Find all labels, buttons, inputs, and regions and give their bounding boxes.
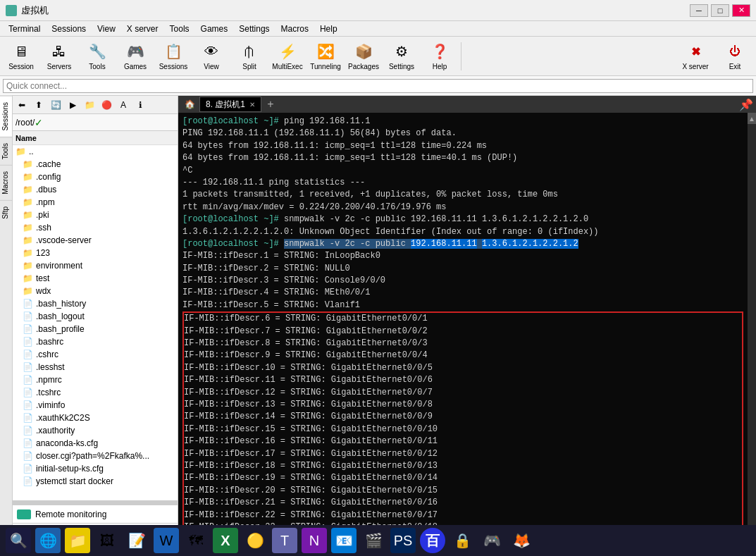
taskbar-excel-icon[interactable]: X [213, 528, 238, 553]
ft-go-button[interactable]: ▶ [65, 98, 80, 112]
list-item[interactable]: 📁 .. [13, 145, 178, 158]
list-item[interactable]: 📄 initial-setup-ks.cfg [13, 462, 178, 475]
session-button[interactable]: 🖥 Session [3, 39, 39, 73]
ft-refresh-button[interactable]: 🔄 [48, 98, 63, 112]
menu-macros[interactable]: Macros [275, 21, 314, 37]
list-item[interactable]: 📁 .dbus [13, 183, 178, 196]
tunneling-button[interactable]: 🔀 Tunneling [307, 39, 344, 73]
taskbar-photos-icon[interactable]: 🖼 [94, 528, 120, 553]
ft-back-button[interactable]: ⬅ [14, 98, 30, 112]
list-item[interactable]: 📁 environment [13, 259, 178, 272]
xserver-button[interactable]: ✖ X server [677, 39, 714, 73]
list-item[interactable]: 📄 ystemctl start docker [13, 475, 178, 488]
list-item[interactable]: 📄 anaconda-ks.cfg [13, 437, 178, 450]
help-button[interactable]: ❓ Help [421, 39, 458, 73]
ft-folder-button[interactable]: 📁 [82, 98, 97, 112]
terminal-line: ^C [182, 165, 743, 177]
taskbar-outlook-icon[interactable]: 📧 [331, 528, 357, 553]
quick-connect-input[interactable] [3, 79, 753, 93]
item-name: .npm [36, 197, 55, 207]
list-item[interactable]: 📁 123 [13, 247, 178, 259]
ft-delete-button[interactable]: 🔴 [99, 98, 114, 112]
list-item[interactable]: 📁 .config [13, 171, 178, 183]
side-tab-sftp[interactable]: Sftp [0, 200, 12, 225]
list-item[interactable]: 📁 .vscode-server [13, 234, 178, 247]
menu-view[interactable]: View [92, 21, 121, 37]
packages-button[interactable]: 📦 Packages [345, 39, 382, 73]
exit-button[interactable]: ⏻ Exit [717, 39, 753, 73]
folder-icon: 📁 [16, 147, 26, 156]
side-tab-macros[interactable]: Macros [0, 165, 12, 200]
list-item[interactable]: 📄 .tcshrc [13, 386, 178, 399]
file-list[interactable]: 📁 .. 📁 .cache 📁 .config 📁 .dbus 📁 .npm 📁 [13, 145, 178, 500]
list-item[interactable]: 📄 .xauthority [13, 424, 178, 437]
taskbar-print-icon[interactable]: 🦊 [509, 528, 534, 553]
terminal-tab-close-icon[interactable]: ✕ [249, 101, 255, 109]
remote-monitor-button[interactable]: Remote monitoring [13, 505, 178, 524]
taskbar-explorer-icon[interactable]: 📁 [65, 528, 90, 553]
ft-up-button[interactable]: ⬆ [31, 98, 47, 112]
list-item[interactable]: 📄 .bash_history [13, 297, 178, 310]
terminal-content[interactable]: [root@localhost ~]# ping 192.168.11.1PIN… [178, 113, 748, 556]
taskbar-notepad-icon[interactable]: 📝 [124, 528, 149, 553]
taskbar-baidu-icon[interactable]: 百 [420, 528, 445, 553]
taskbar-chrome-icon[interactable]: 🟡 [242, 528, 268, 553]
list-item[interactable]: 📄 .cshrc [13, 348, 178, 361]
list-item[interactable]: 📄 .bash_logout [13, 310, 178, 323]
taskbar-misc-icon[interactable]: 🔒 [450, 528, 475, 553]
terminal-scrollbar[interactable]: ▲ ▼ [748, 113, 756, 556]
games-button[interactable]: 🎮 Games [117, 39, 154, 73]
taskbar-word-icon[interactable]: W [154, 528, 179, 553]
terminal-pin-icon[interactable]: 📌 [739, 98, 753, 111]
list-item[interactable]: 📄 .bash_profile [13, 323, 178, 335]
side-tab-tools[interactable]: Tools [0, 137, 12, 165]
taskbar-search-icon[interactable]: 🔍 [6, 528, 31, 553]
split-button[interactable]: ⫛ Split [231, 39, 268, 73]
item-name: .tcshrc [36, 388, 61, 397]
minimize-button[interactable]: ─ [690, 4, 708, 17]
list-item[interactable]: 📄 closer.cgi?path=%2Fkafka%... [13, 450, 178, 462]
list-item[interactable]: 📄 .viminfo [13, 399, 178, 412]
side-tab-sessions[interactable]: Sessions [0, 96, 12, 137]
list-item[interactable]: 📁 .pki [13, 209, 178, 221]
scroll-up-button[interactable]: ▲ [748, 113, 756, 124]
taskbar-teams-icon[interactable]: T [272, 528, 297, 553]
menu-tools[interactable]: Tools [164, 21, 195, 37]
sessions-button[interactable]: 📋 Sessions [155, 39, 192, 73]
maximize-button[interactable]: □ [711, 4, 729, 17]
terminal-tab-add-button[interactable]: + [263, 97, 278, 112]
list-item[interactable]: 📄 .lesshst [13, 361, 178, 373]
taskbar-edge-icon[interactable]: 🌐 [35, 528, 61, 553]
close-button[interactable]: ✕ [732, 4, 750, 17]
multiexec-button[interactable]: ⚡ MultiExec [269, 39, 306, 73]
servers-button[interactable]: 🖧 Servers [41, 39, 78, 73]
menu-settings[interactable]: Settings [233, 21, 275, 37]
taskbar-video-icon[interactable]: 🎬 [361, 528, 386, 553]
terminal-tab[interactable]: 8. 虚拟机1 ✕ [199, 97, 261, 112]
tools-button[interactable]: 🔧 Tools [79, 39, 116, 73]
list-item[interactable]: 📁 .npm [13, 196, 178, 209]
menu-xserver[interactable]: X server [121, 21, 164, 37]
menu-help[interactable]: Help [314, 21, 343, 37]
taskbar-onenote-icon[interactable]: N [302, 528, 327, 553]
list-item[interactable]: 📁 .ssh [13, 221, 178, 234]
terminal-home-icon[interactable]: 🏠 [181, 96, 198, 113]
ft-rename-button[interactable]: A [116, 98, 131, 112]
ft-info-button[interactable]: ℹ [132, 98, 148, 112]
menu-sessions[interactable]: Sessions [46, 21, 92, 37]
list-item[interactable]: 📄 .npmrc [13, 373, 178, 386]
menu-games[interactable]: Games [195, 21, 234, 37]
list-item[interactable]: 📄 .xauthKk2C2S [13, 412, 178, 424]
list-item[interactable]: 📁 wdx [13, 285, 178, 297]
settings-button[interactable]: ⚙ Settings [383, 39, 420, 73]
view-button[interactable]: 👁 View [193, 39, 230, 73]
taskbar-maps-icon[interactable]: 🗺 [183, 528, 209, 553]
list-item[interactable]: 📄 .bashrc [13, 335, 178, 348]
list-item[interactable]: 📁 test [13, 272, 178, 285]
terminal-line: IF-MIB::ifDescr.18 = STRING: GigabitEthe… [184, 460, 742, 472]
list-item[interactable]: 📁 .cache [13, 158, 178, 171]
menu-terminal[interactable]: Terminal [3, 21, 46, 37]
file-tree-toolbar: ⬅ ⬆ 🔄 ▶ 📁 🔴 A ℹ [13, 96, 178, 114]
taskbar-powershell-icon[interactable]: PS [390, 528, 416, 553]
taskbar-game-icon[interactable]: 🎮 [479, 528, 504, 553]
